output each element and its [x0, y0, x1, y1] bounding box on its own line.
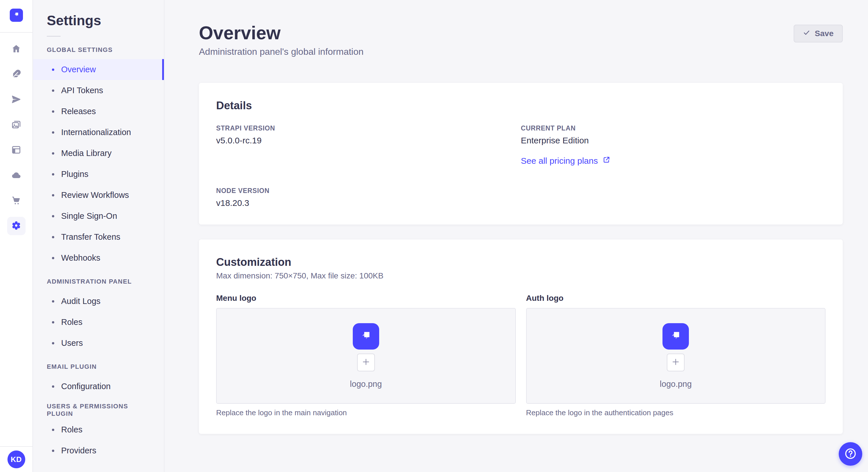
uploader-label: Menu logo	[216, 294, 516, 303]
bullet-dot	[52, 131, 54, 134]
gear-icon	[11, 220, 22, 232]
pricing-plans-link-label: See all pricing plans	[521, 156, 598, 166]
customization-card: Customization Max dimension: 750×750, Ma…	[199, 239, 843, 434]
menu-logo-preview	[353, 323, 379, 349]
sidebar-item-providers[interactable]: Providers	[33, 440, 164, 461]
sidebar-item-transfer-tokens[interactable]: Transfer Tokens	[33, 227, 164, 247]
sidebar-item-overview[interactable]: Overview	[33, 59, 164, 80]
sidebar-item-internationalization[interactable]: Internationalization	[33, 122, 164, 143]
sidebar-item-audit-logs[interactable]: Audit Logs	[33, 291, 164, 312]
strapi-logo-icon	[668, 328, 684, 345]
section-label: Administration Panel	[33, 272, 164, 291]
bullet-dot	[52, 90, 54, 92]
bullet-dot	[52, 236, 54, 238]
sidebar-item-label: Webhooks	[61, 253, 100, 263]
sidebar-item-roles[interactable]: Roles	[33, 312, 164, 333]
sidebar-item-label: Internationalization	[61, 128, 131, 137]
rail-item-marketplace[interactable]	[7, 192, 26, 210]
settings-subnav: Settings Global SettingsOverviewAPI Toke…	[33, 0, 164, 472]
details-card: Details STRAPI VERSION v5.0.0-rc.19 CURR…	[199, 83, 843, 225]
main-content: Overview Administration panel's global i…	[164, 0, 868, 472]
page-title: Overview	[199, 23, 364, 43]
sidebar-item-api-tokens[interactable]: API Tokens	[33, 80, 164, 101]
sidebar-item-review-workflows[interactable]: Review Workflows	[33, 185, 164, 206]
rail-item-releases[interactable]	[7, 91, 26, 109]
sidebar-item-label: Roles	[61, 425, 82, 434]
bullet-dot	[52, 342, 54, 344]
check-icon	[803, 29, 810, 38]
sidebar-item-configuration[interactable]: Configuration	[33, 376, 164, 397]
sidebar-item-label: Review Workflows	[61, 191, 129, 200]
field-value: v18.20.3	[216, 198, 521, 208]
send-icon	[11, 94, 22, 106]
rail-item-settings[interactable]	[7, 217, 26, 235]
sidebar-item-label: Users	[61, 338, 83, 348]
sidebar-item-label: Roles	[61, 317, 82, 327]
sidebar-item-label: Single Sign-On	[61, 211, 117, 221]
logo-uploaders: Menu logo logo.png Replace the logo in t…	[216, 294, 826, 417]
node-version-field: NODE VERSION v18.20.3	[216, 187, 521, 208]
sidebar-item-users[interactable]: Users	[33, 333, 164, 353]
bullet-dot	[52, 385, 54, 388]
subnav-title: Settings	[47, 12, 150, 28]
subnav-divider	[47, 36, 61, 37]
auth-logo-uploader: Auth logo logo.png Replace the logo in t…	[526, 294, 826, 417]
media-icon	[11, 119, 22, 131]
bullet-dot	[52, 257, 54, 259]
sidebar-item-single-sign-on[interactable]: Single Sign-On	[33, 206, 164, 227]
layout-icon	[11, 144, 22, 156]
external-link-icon	[602, 156, 611, 166]
auth-logo-add-button[interactable]	[667, 353, 685, 371]
sidebar-item-label: Overview	[61, 65, 96, 74]
rail-item-home[interactable]	[7, 40, 26, 59]
sidebar-item-webhooks[interactable]: Webhooks	[33, 247, 164, 268]
menu-logo-add-button[interactable]	[357, 353, 375, 371]
bullet-dot	[52, 173, 54, 175]
customization-subheading: Max dimension: 750×750, Max file size: 1…	[216, 271, 826, 280]
rail-item-deploy[interactable]	[7, 166, 26, 185]
customization-heading: Customization	[216, 256, 826, 268]
rail-item-content-manager[interactable]	[7, 141, 26, 160]
bullet-dot	[52, 429, 54, 431]
sidebar-item-roles[interactable]: Roles	[33, 419, 164, 440]
save-button[interactable]: Save	[794, 25, 843, 42]
question-icon	[844, 447, 857, 461]
rail-item-content[interactable]	[7, 65, 26, 84]
current-plan-field: CURRENT PLAN Enterprise Edition See all …	[521, 125, 826, 166]
sidebar-item-releases[interactable]: Releases	[33, 101, 164, 122]
section-label: Users & Permissions plugin	[33, 401, 164, 419]
strapi-logo[interactable]	[10, 9, 23, 22]
cloud-icon	[11, 170, 22, 181]
bullet-dot	[52, 194, 54, 196]
avatar[interactable]: KD	[7, 450, 25, 468]
field-label: CURRENT PLAN	[521, 125, 826, 132]
subnav-sections: Global SettingsOverviewAPI TokensRelease…	[33, 41, 164, 461]
bullet-dot	[52, 69, 54, 71]
plus-icon	[362, 358, 370, 367]
bullet-dot	[52, 321, 54, 324]
sidebar-item-label: Configuration	[61, 382, 111, 391]
main-nav-rail: KD	[0, 0, 33, 472]
auth-logo-filename: logo.png	[660, 379, 692, 389]
bullet-dot	[52, 110, 54, 113]
sidebar-item-label: Audit Logs	[61, 297, 100, 306]
sidebar-item-label: Media Library	[61, 148, 112, 158]
auth-logo-dropzone[interactable]: logo.png	[526, 308, 826, 404]
pricing-plans-link[interactable]: See all pricing plans	[521, 156, 611, 166]
feather-icon	[11, 69, 22, 80]
rail-item-media-library[interactable]	[7, 116, 26, 134]
menu-logo-dropzone[interactable]: logo.png	[216, 308, 516, 404]
bullet-dot	[52, 450, 54, 452]
page-header: Overview Administration panel's global i…	[199, 23, 843, 57]
section-label: Email Plugin	[33, 358, 164, 376]
sidebar-item-plugins[interactable]: Plugins	[33, 164, 164, 185]
field-label: NODE VERSION	[216, 187, 521, 195]
sidebar-item-label: Providers	[61, 446, 96, 456]
details-heading: Details	[216, 100, 826, 112]
strapi-logo-icon	[12, 10, 21, 20]
strapi-logo-icon	[358, 328, 374, 345]
sidebar-item-media-library[interactable]: Media Library	[33, 143, 164, 164]
help-button[interactable]	[839, 442, 862, 466]
rail-nav-list	[7, 33, 26, 235]
section-label: Global Settings	[33, 41, 164, 59]
